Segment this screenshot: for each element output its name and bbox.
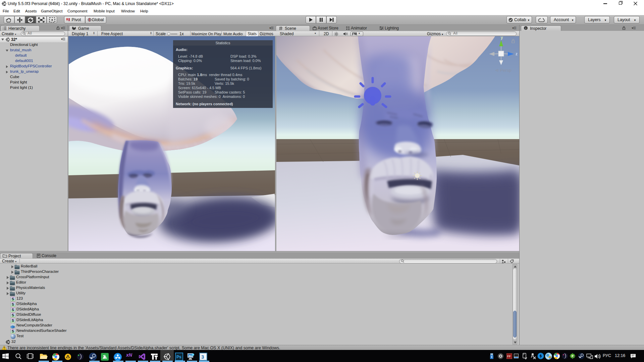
svg-text:FF: FF	[507, 355, 511, 358]
svg-text:⊲ Persp: ⊲ Persp	[495, 68, 511, 73]
svg-text:Ps: Ps	[176, 355, 181, 359]
svg-text:y: y	[501, 36, 503, 40]
svg-text:z: z	[516, 52, 518, 56]
svg-text:3: 3	[201, 354, 204, 360]
